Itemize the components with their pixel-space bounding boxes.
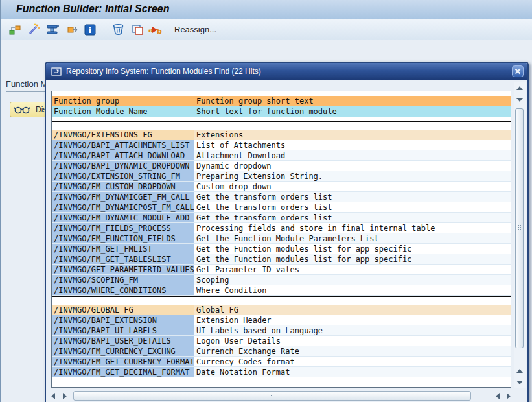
scroll-down-step-button[interactable]	[514, 94, 526, 105]
vertical-scrollbar[interactable]	[514, 82, 526, 388]
function-module-row[interactable]: /INVMGO/FM_DYNAMICGET_FM_CALLGet the tra…	[52, 192, 511, 202]
group-shorttext-col-header: Function group short text	[194, 96, 511, 106]
function-module-shorttext-cell: Processing fields and store in final int…	[194, 223, 511, 233]
dialog-title-bar[interactable]: Repository Info System: Function Modules…	[46, 63, 527, 80]
arrow-right-icon	[507, 393, 511, 399]
results-body: /INVMGO/EXTENSIONS_FGExtensions/INVMGO/B…	[52, 121, 511, 377]
function-module-shorttext-cell: UI Labels based on Language	[194, 325, 511, 335]
function-module-shorttext-cell: Scoping	[194, 275, 511, 285]
function-module-row[interactable]: /INVMGO/FM_GET_TABLESLISTGet the Functio…	[52, 254, 511, 265]
arrow-up-icon	[516, 86, 523, 90]
group-col-header: Function group	[52, 96, 194, 106]
scroll-up-button[interactable]	[514, 82, 526, 93]
arrow-down-icon	[516, 381, 523, 384]
function-module-name-cell: /INVMGO/FM_DYNAMICGET_FM_CALL	[52, 192, 194, 202]
info-button[interactable]	[82, 22, 98, 38]
function-module-name-cell: /INVMGO/WHERE_CONDITIONS	[52, 285, 194, 295]
results-table: Function group Function group short text…	[51, 91, 511, 388]
function-module-row[interactable]: /INVMGO/BAPI_UI_LABELSUI Labels based on…	[52, 325, 511, 336]
module-header-row: Function Module Name Short text for func…	[52, 106, 511, 117]
test-button[interactable]	[45, 22, 60, 38]
panel-top-gap	[52, 91, 511, 96]
scroll-up-bottom-button[interactable]	[514, 365, 526, 376]
test-icon	[46, 23, 60, 36]
function-module-row[interactable]: /INVMGO/BAPI_EXTENSIONExtension Header	[52, 315, 511, 325]
function-group-name-cell: /INVMGO/EXTENSIONS_FG	[52, 130, 194, 140]
function-module-row[interactable]: /INVMGO/BAPI_ATTACHMENTS_LISTList of Att…	[52, 140, 511, 150]
scroll-right-button[interactable]	[503, 390, 514, 401]
function-module-shorttext-cell: Currench Exchange Rate	[194, 346, 511, 356]
toolbar-separator	[104, 24, 104, 36]
arrow-left-icon	[496, 393, 500, 399]
scroll-left-end-button[interactable]	[492, 390, 503, 401]
function-module-name-cell: /INVMGO/SCOPING_FM	[52, 275, 194, 285]
function-module-shorttext-cell: Preparing Extension String.	[194, 171, 511, 181]
function-group-row[interactable]: /INVMGO/EXTENSIONS_FGExtensions	[52, 130, 511, 140]
close-icon	[515, 68, 521, 75]
delete-icon	[112, 23, 124, 36]
function-module-name-cell: /INVMGO/FM_GET_CUURENCY_FORMAT	[52, 357, 194, 366]
vertical-scrollbar-thumb[interactable]	[515, 108, 524, 348]
function-module-row[interactable]: /INVMGO/FM_GET_DECIMAL_FORMATDate Notati…	[52, 367, 511, 377]
function-module-row[interactable]: /INVMGO/GET_PARAMETERID_VALUESGet Parame…	[52, 265, 511, 275]
function-module-shorttext-cell: Where Condition	[194, 285, 511, 295]
group-gap	[52, 122, 511, 130]
function-module-name-cell: /INVMGO/FM_CURRENCY_EXCHNG	[52, 346, 194, 356]
function-module-row[interactable]: /INVMGO/FM_FUNCTION_FIELDSGet the Functi…	[52, 233, 511, 244]
close-button[interactable]	[512, 65, 524, 77]
copy-button[interactable]	[129, 22, 145, 38]
arrow-right-icon	[63, 393, 67, 399]
scroll-left-button[interactable]	[47, 390, 58, 401]
function-module-name-cell: /INVMGO/FM_FUNCTION_FIELDS	[52, 233, 194, 243]
reassign-button[interactable]: Reassign...	[172, 23, 219, 36]
rename-button[interactable]: a b	[148, 22, 163, 38]
module-col-header: Function Module Name	[52, 106, 194, 117]
wizard-icon	[27, 23, 40, 36]
function-module-shorttext-cell: Extension Header	[194, 315, 511, 325]
copy-icon	[131, 24, 143, 36]
group-gap	[52, 297, 511, 305]
function-module-shorttext-cell: Attachment Download	[194, 150, 511, 160]
scroll-right-step-button[interactable]	[59, 390, 70, 401]
page-title: Function Builder: Initial Screen	[1, 0, 532, 15]
function-module-shorttext-cell: Date Notation Format	[194, 367, 511, 377]
horizontal-scrollbar-thumb[interactable]	[73, 391, 471, 401]
function-module-row[interactable]: /INVMGO/BAPI_DYNAMIC_DROPDOWNDynamic dro…	[52, 161, 511, 171]
wizard-button[interactable]	[26, 22, 41, 38]
function-module-row[interactable]: /INVMGO/FM_DYNAMICPOST_FM_CALLGet the tr…	[52, 202, 511, 213]
dialog-icon	[51, 67, 62, 76]
function-group-row[interactable]: /INVMGO/GLOBAL_FGGlobal FG	[52, 305, 511, 315]
function-module-name-cell: /INVMGO/BAPI_USER_DETAILS	[52, 336, 194, 346]
function-module-row[interactable]: /INVMGO/BAPI_ATTACH_DOWNLOADAttachment D…	[52, 150, 511, 161]
function-module-shorttext-cell: Logon User Details	[194, 336, 511, 346]
delete-button[interactable]	[110, 22, 126, 38]
function-module-row[interactable]: /INVMGO/FM_DYNAMIC_MODULE_ADDGet the tra…	[52, 213, 511, 223]
function-module-shorttext-cell: List of Attachments	[194, 140, 511, 150]
arrow-down-icon	[516, 98, 523, 102]
function-module-row[interactable]: /INVMGO/SCOPING_FMScoping	[52, 275, 511, 285]
function-module-row[interactable]: /INVMGO/EXTENSION_STRING_FMPreparing Ext…	[52, 171, 511, 182]
function-module-row[interactable]: /INVMGO/BAPI_USER_DETAILSLogon User Deta…	[52, 336, 511, 346]
function-module-name-cell: /INVMGO/FM_FIELDS_PROCESS	[52, 223, 194, 233]
repository-info-dialog: Repository Info System: Function Modules…	[45, 62, 529, 402]
other-object-icon	[8, 24, 21, 36]
other-object-button[interactable]	[7, 22, 23, 38]
rename-icon: a b	[148, 24, 163, 36]
function-module-shorttext-cell: Dynamic dropdown	[194, 161, 511, 171]
horizontal-scrollbar[interactable]	[47, 390, 514, 402]
function-module-row[interactable]: /INVMGO/FM_CURRENCY_EXCHNGCurrench Excha…	[52, 346, 511, 357]
function-module-shorttext-cell: Get the transform orders list	[194, 202, 511, 212]
window-title-bar: Function Builder: Initial Screen	[1, 0, 532, 19]
function-module-name-cell: /INVMGO/BAPI_ATTACHMENTS_LIST	[52, 140, 194, 150]
function-module-row[interactable]: /INVMGO/FM_CUSTOM_DROPDOWNCustom drop do…	[52, 182, 511, 192]
function-module-name-cell: /INVMGO/BAPI_DYNAMIC_DROPDOWN	[52, 161, 194, 171]
scroll-down-button[interactable]	[514, 377, 526, 388]
function-module-row[interactable]: /INVMGO/WHERE_CONDITIONSWhere Condition	[52, 285, 511, 296]
function-module-row[interactable]: /INVMGO/FM_GET_FMLISTGet the Function mo…	[52, 244, 511, 254]
move-button[interactable]	[64, 22, 79, 38]
function-module-shorttext-cell: Get the Function Module Parameters List	[194, 233, 511, 243]
function-module-shorttext-cell: Currency Codes format	[194, 357, 511, 366]
function-module-row[interactable]: /INVMGO/FM_FIELDS_PROCESSProcessing fiel…	[52, 223, 511, 233]
function-group-name-cell: /INVMGO/GLOBAL_FG	[52, 305, 194, 315]
function-module-row[interactable]: /INVMGO/FM_GET_CUURENCY_FORMATCurrency C…	[52, 357, 511, 367]
